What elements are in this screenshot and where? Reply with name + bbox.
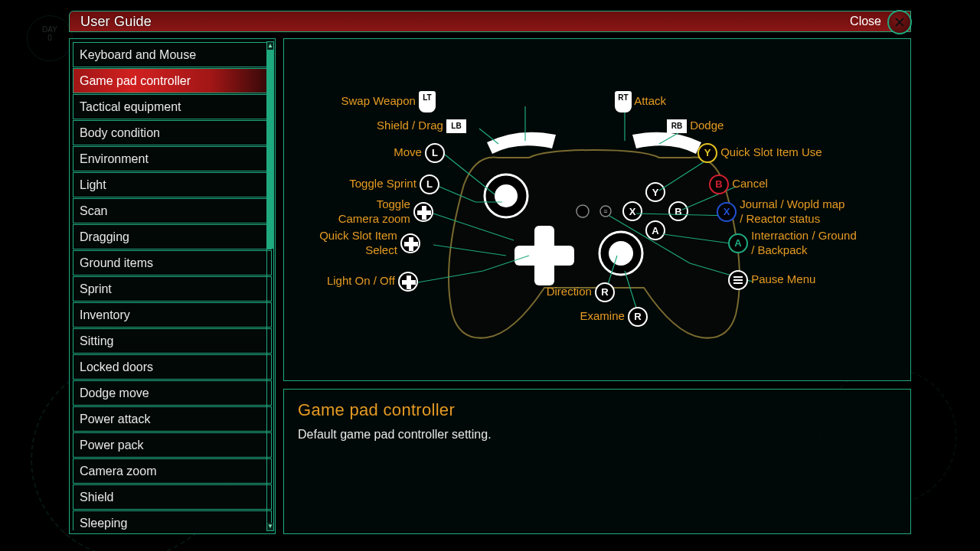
label-interact: A Interraction / Ground / Backpack [728,229,857,258]
a-button-icon: A [728,233,748,253]
sidebar-item-camera-zoom[interactable]: Camera zoom [73,458,272,484]
svg-point-14 [577,205,589,217]
lt-trigger-icon: LT [419,91,436,112]
svg-text:B: B [675,206,681,217]
label-pause: Pause Menu [728,270,815,290]
description-text: Default game pad controller setting. [298,428,897,442]
lb-bumper-icon: LB [446,119,466,133]
sidebar-item-tactical-equipment[interactable]: Tactical equipment [73,94,272,119]
sidebar-item-shield[interactable]: Shield [73,484,272,510]
right-stick-click-icon: R [628,307,648,327]
label-camera-zoom: Toggle Camera zoom [338,197,433,227]
menu-button-icon [728,270,748,290]
scroll-thumb[interactable] [267,50,273,249]
left-stick-icon: L [425,143,445,163]
svg-text:Y: Y [652,187,659,198]
label-cancel: B Cancel [709,174,768,194]
label-move: Move L [394,143,445,163]
sidebar-item-game-pad-controller[interactable]: Game pad controller [73,68,272,93]
dpad-up-icon [413,202,433,222]
svg-text:A: A [652,225,659,236]
sidebar-item-ground-items[interactable]: Ground items [73,250,272,276]
topic-sidebar: Keyboard and MouseGame pad controllerTac… [69,38,276,534]
sidebar-item-dodge-move[interactable]: Dodge move [73,380,272,406]
svg-rect-3 [514,246,574,266]
close-icon[interactable] [887,10,912,34]
x-button-icon: X [717,202,737,222]
sidebar-item-body-condition[interactable]: Body condition [73,120,272,145]
description-title: Game pad controller [298,400,897,420]
svg-text:X: X [629,206,636,217]
right-stick-icon: R [595,282,615,302]
svg-point-5 [609,241,633,266]
label-swap-weapon: Swap Weapon LT [341,91,436,112]
titlebar: User Guide Close [69,11,911,32]
sidebar-item-sleeping[interactable]: Sleeping [73,510,272,530]
sidebar-item-sitting[interactable]: Sitting [73,328,272,354]
sidebar-item-inventory[interactable]: Inventory [73,302,272,328]
rt-trigger-icon: RT [615,91,632,112]
scroll-down-icon[interactable]: ▼ [267,523,273,530]
label-light: Light On / Off [327,272,418,292]
sidebar-item-keyboard-and-mouse[interactable]: Keyboard and Mouse [73,42,272,67]
svg-text:≡: ≡ [603,207,607,215]
sidebar-item-power-pack[interactable]: Power pack [73,432,272,458]
dpad-down-icon [398,272,418,292]
label-quick-slot-use: Y Quick Slot Item Use [697,143,822,163]
day-indicator: DAY0 [27,15,73,61]
user-guide-window: User Guide Close Keyboard and MouseGame … [69,11,911,537]
label-journal: X Journal / Wopld map / Reactor status [717,197,844,227]
label-quick-slot-select: Quick Slot Item Select [319,229,420,258]
sidebar-item-light[interactable]: Light [73,172,272,197]
label-dodge: RB Dodge [667,119,724,133]
rb-bumper-icon: RB [667,119,687,133]
sidebar-scrollbar[interactable]: ▲ ▼ [266,41,274,531]
label-attack: RT Attack [615,91,666,112]
b-button-icon: B [709,174,729,194]
sidebar-item-dragging[interactable]: Dragging [73,224,272,249]
label-toggle-sprint: Toggle Sprint L [349,174,439,194]
svg-point-1 [495,184,518,207]
window-title: User Guide [80,14,152,30]
sidebar-item-locked-doors[interactable]: Locked doors [73,354,272,380]
dpad-lr-icon [400,233,420,253]
sidebar-item-power-attack[interactable]: Power attack [73,406,272,432]
label-shield-drag: Shield / Drag LB [377,119,466,133]
sidebar-item-environment[interactable]: Environment [73,146,272,171]
scroll-up-icon[interactable]: ▲ [267,42,273,50]
sidebar-item-scan[interactable]: Scan [73,198,272,223]
left-stick-click-icon: L [420,174,439,194]
y-button-icon: Y [697,143,717,163]
controller-diagram: Y B X A ≡ [283,38,911,381]
description-panel: Game pad controller Default game pad con… [283,389,911,534]
sidebar-item-sprint[interactable]: Sprint [73,276,272,302]
label-direction: Direction R [547,282,615,302]
close-button[interactable]: Close [850,15,881,28]
label-examine: Examine R [580,307,648,327]
